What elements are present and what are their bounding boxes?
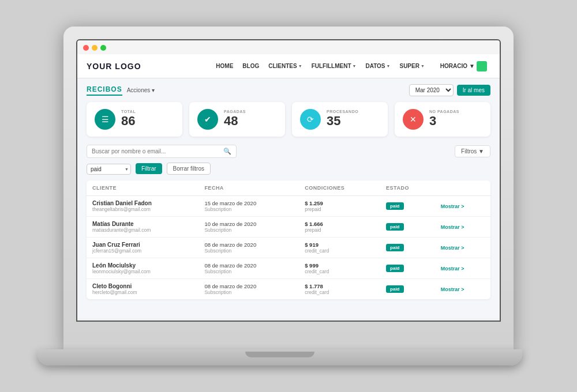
condition-3: credit_card [305,269,374,274]
col-header-cliente: Cliente [87,180,198,196]
cell-action-2[interactable]: Mostrar > [435,238,490,258]
chevron-down-icon: ▼ [421,64,425,68]
cell-date-2: 08 de marzo de 2020 Subscription [198,238,299,258]
stat-card-processing: ⟳ PROCESANDO 35 [292,102,388,137]
chevron-down-icon: ▼ [387,64,391,68]
traffic-light-red[interactable] [83,45,89,51]
status-badge-1: paid [386,223,403,231]
cell-amount-1: $ 1.666 prepaid [299,217,380,238]
show-button-4[interactable]: Mostrar > [441,287,464,292]
stat-icon-processing: ⟳ [300,109,321,130]
date-sub-4: Subscription [204,289,293,295]
nav-item-datos[interactable]: DATOS ▼ [361,61,394,71]
cell-action-1[interactable]: Mostrar > [435,217,490,238]
go-to-month-button[interactable]: Ir al mes [457,85,490,96]
stats-row: ☰ TOTAL 86 ✔ PAGADAS 48 [87,102,490,137]
stat-icon-total: ☰ [95,109,115,130]
table-row: Cleto Bogonni hercleto@gmail.com 08 de m… [87,279,490,300]
cell-status-4: paid [380,279,435,300]
nav-items: HOME BLOG CLIENTES ▼ FULFILLMENT ▼ [212,61,429,71]
cell-status-0: paid [380,196,435,217]
amount-1: $ 1.666 [305,221,374,227]
show-button-0[interactable]: Mostrar > [441,203,464,209]
col-header-actions [435,180,490,196]
show-button-3[interactable]: Mostrar > [441,266,464,272]
search-input[interactable] [92,148,220,154]
stat-info-unpaid: NO PAGADAS 3 [429,110,459,129]
show-button-2[interactable]: Mostrar > [441,245,464,251]
traffic-lights [77,40,500,54]
nav-user[interactable]: HORACIO ▼ [437,59,490,74]
cell-amount-3: $ 999 credit_card [299,258,380,279]
logo: YOUR LOGO [87,62,141,71]
page-title-area: RECIBOS Acciones ▾ [87,85,155,96]
client-email-2: jcferran15@gmail.com [92,248,193,254]
filter-clear-button[interactable]: Borrar filtros [167,163,211,175]
app-content: YOUR LOGO HOME BLOG CLIENTES ▼ [77,54,500,318]
acciones-button[interactable]: Acciones ▾ [127,87,155,93]
date-1: 10 de marzo de 2020 [204,221,293,227]
search-filter-row: 🔍 Filtros ▼ [87,145,490,158]
laptop-base [38,349,522,365]
table-header-row: Cliente Fecha Condiciones Estado [87,180,490,196]
stat-value-processing: 35 [327,114,358,129]
cell-action-3[interactable]: Mostrar > [435,258,490,279]
laptop-screen: YOUR LOGO HOME BLOG CLIENTES ▼ [76,39,501,322]
status-badge-2: paid [386,244,403,251]
nav-item-home[interactable]: HOME [212,61,237,71]
cell-date-0: 15 de marzo de 2020 Subscription [198,196,299,217]
amount-3: $ 999 [305,262,374,269]
cell-client-3: León Mociulsky leonmociulsky@gmail.com [87,258,198,279]
filter-apply-button[interactable]: Filtrar [136,163,162,174]
show-button-1[interactable]: Mostrar > [441,224,464,230]
amount-0: $ 1.259 [305,200,374,206]
client-name-2: Juan Cruz Ferrari [92,242,193,248]
data-table: Cliente Fecha Condiciones Estado Cristia… [87,180,490,299]
stat-card-total: ☰ TOTAL 86 [87,102,182,137]
filter-status-select[interactable]: paid unpaid processing [87,164,131,175]
cell-date-3: 08 de marzo de 2020 Subscription [198,258,299,279]
client-name-0: Cristian Daniel Fadon [92,200,193,206]
date-0: 15 de marzo de 2020 [204,200,293,206]
cell-amount-2: $ 919 credit_card [299,238,380,258]
nav-item-blog[interactable]: BLOG [238,61,263,71]
table-row: León Mociulsky leonmociulsky@gmail.com 0… [87,258,490,279]
amount-4: $ 1.778 [305,283,374,289]
stat-card-paid: ✔ PAGADAS 48 [189,102,285,137]
cell-action-0[interactable]: Mostrar > [435,196,490,217]
status-badge-4: paid [386,285,403,293]
nav-item-fulfillment[interactable]: FULFILLMENT ▼ [308,61,361,71]
stat-label-unpaid: NO PAGADAS [429,110,459,114]
traffic-light-yellow[interactable] [92,45,98,51]
page-header: RECIBOS Acciones ▾ Mar 2020 Ir al mes [87,84,490,96]
header-right: Mar 2020 Ir al mes [409,84,490,96]
date-sub-2: Subscription [204,248,293,254]
chevron-down-icon: ▼ [353,64,357,68]
cell-status-2: paid [380,238,435,258]
status-badge-3: paid [386,265,403,272]
month-select[interactable]: Mar 2020 [409,84,454,96]
page-content: RECIBOS Acciones ▾ Mar 2020 Ir al mes [77,78,500,318]
nav-item-clientes[interactable]: CLIENTES ▼ [264,61,306,71]
nav-item-super[interactable]: SUPER ▼ [395,61,428,71]
stat-value-unpaid: 3 [429,114,459,129]
page-title: RECIBOS [87,85,122,96]
chevron-down-icon: ▼ [469,63,475,69]
filters-button[interactable]: Filtros ▼ [455,145,490,157]
cell-client-1: Matías Durante matiasdurante@gmail.com [87,217,198,238]
condition-2: credit_card [305,248,374,254]
client-name-4: Cleto Bogonni [92,283,193,289]
traffic-light-green[interactable] [100,45,106,51]
user-avatar-box [477,61,487,71]
stat-value-total: 86 [121,114,136,129]
client-email-0: theangeltabris@gmail.com [92,206,193,212]
stat-label-total: TOTAL [121,110,136,114]
cell-action-4[interactable]: Mostrar > [435,279,490,300]
condition-1: prepaid [305,227,374,233]
stat-value-paid: 48 [224,114,246,129]
date-3: 08 de marzo de 2020 [204,262,293,269]
date-sub-1: Subscription [204,227,293,233]
cell-amount-4: $ 1.778 credit_card [299,279,380,300]
amount-2: $ 919 [305,242,374,248]
laptop-shell: YOUR LOGO HOME BLOG CLIENTES ▼ [63,27,514,349]
